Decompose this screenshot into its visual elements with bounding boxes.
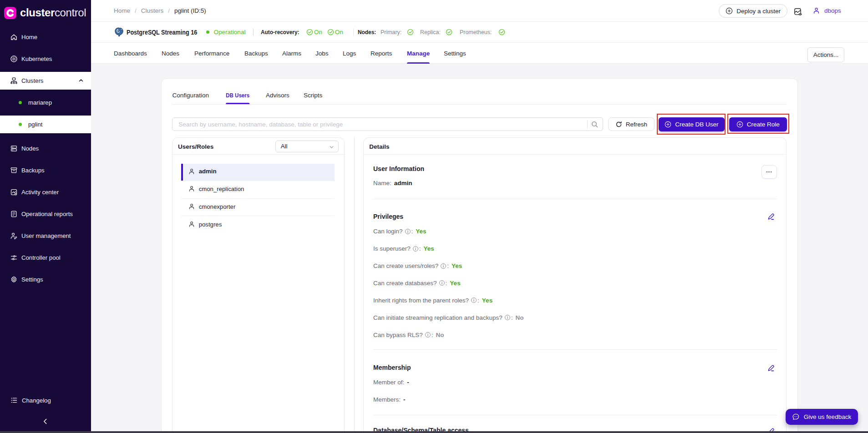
tab-settings[interactable]: Settings: [444, 43, 466, 64]
sidebar-item-clusters[interactable]: Clusters: [0, 72, 91, 90]
tab-manage[interactable]: Manage: [407, 43, 430, 64]
actions-button[interactable]: Actions...: [807, 47, 844, 62]
controller-pool-icon: [10, 254, 18, 262]
refresh-button[interactable]: Refresh: [608, 117, 655, 131]
changelog-list-icon: [10, 397, 18, 404]
whats-new-icon[interactable]: [794, 8, 802, 16]
tab-configuration[interactable]: Configuration: [173, 87, 209, 104]
details-header: Details: [364, 138, 786, 155]
sidebar-collapse-button[interactable]: [42, 418, 49, 425]
breadcrumb-clusters[interactable]: Clusters: [141, 7, 164, 14]
edit-privileges-icon[interactable]: [767, 213, 775, 221]
privilege-row: Can create databases? : Yes: [373, 279, 461, 287]
chevron-down-icon: [329, 145, 334, 150]
users-filter-select[interactable]: All: [275, 141, 339, 152]
edit-membership-icon[interactable]: [767, 364, 775, 372]
sidebar-slot: Settings: [0, 269, 91, 291]
user-row-cmonexporter[interactable]: cmonexporter: [181, 199, 335, 216]
divider: [353, 29, 354, 36]
privilege-row: Inherit rights from the parent roles? : …: [373, 296, 492, 305]
tab-nodes[interactable]: Nodes: [162, 43, 179, 64]
tab-dashboards[interactable]: Dashboards: [114, 43, 147, 64]
tab-advisors[interactable]: Advisors: [266, 87, 289, 104]
breadcrumb-separator: /: [168, 7, 170, 14]
tab-jobs[interactable]: Jobs: [315, 43, 329, 64]
user-row-admin[interactable]: admin: [181, 164, 335, 181]
sidebar-item-home[interactable]: Home: [0, 26, 91, 48]
sidebar-item-operational-reports[interactable]: Operational reports: [0, 203, 91, 225]
breadcrumb-home[interactable]: Home: [114, 7, 130, 14]
info-icon: [425, 332, 431, 338]
auto-recovery-on2: On: [335, 22, 343, 42]
membership-heading: Membership: [373, 363, 411, 372]
colon: :: [511, 313, 513, 322]
sidebar-item-activity-center[interactable]: Activity center: [0, 181, 91, 203]
sidebar-slot: Kubernetes: [0, 48, 91, 70]
create-db-user-button[interactable]: Create DB User: [659, 117, 725, 131]
name-row: Name:admin: [373, 179, 412, 187]
home-icon: [10, 33, 18, 41]
sidebar-item-pglint[interactable]: pglint: [0, 116, 91, 133]
sidebar: clustercontrol Home Kubernetes Clusters …: [0, 0, 91, 433]
chevron-left-icon: [42, 418, 49, 425]
tab-db-users[interactable]: DB Users: [226, 87, 249, 104]
tab-alarms[interactable]: Alarms: [282, 43, 301, 64]
tab-performance[interactable]: Performance: [194, 43, 229, 64]
tab-scripts[interactable]: Scripts: [304, 87, 322, 104]
user-row-postgres[interactable]: postgres: [181, 216, 335, 234]
divider: [587, 120, 588, 128]
tab-backups[interactable]: Backups: [244, 43, 268, 64]
check-circle-icon: [327, 22, 334, 42]
cluster-status-dot: [19, 123, 22, 126]
user-icon: [188, 168, 195, 175]
sidebar-item-changelog[interactable]: Changelog: [0, 389, 91, 411]
user-menu[interactable]: dbops: [813, 0, 841, 21]
breadcrumb-separator: /: [135, 7, 137, 14]
nodes-label: Nodes:: [358, 22, 376, 42]
sidebar-slot: Nodes: [0, 138, 91, 160]
activity-center-icon: [10, 188, 18, 196]
users-roles-title: Users/Roles: [178, 142, 213, 151]
brand-wordmark: clustercontrol: [20, 6, 86, 19]
check-circle-icon: [446, 22, 452, 42]
user-row-cmon-replication[interactable]: cmon_replication: [181, 181, 335, 199]
sidebar-item-kubernetes[interactable]: Kubernetes: [0, 48, 91, 70]
deploy-cluster-button[interactable]: Deploy a cluster: [719, 4, 787, 18]
panel-splitter[interactable]: [354, 137, 355, 433]
search-icon[interactable]: [591, 121, 599, 128]
privilege-row: Can bypass RLS? : No: [373, 331, 444, 339]
brand-logo[interactable]: clustercontrol: [0, 0, 86, 25]
check-circle-icon: [498, 22, 505, 42]
sidebar-item-mariarep[interactable]: mariarep: [0, 91, 91, 113]
search-input[interactable]: [173, 118, 584, 131]
sidebar-item-backups[interactable]: Backups: [0, 160, 91, 181]
user-icon: [188, 186, 195, 192]
sidebar-item-settings[interactable]: Settings: [0, 269, 91, 291]
feedback-button[interactable]: Give us feedback: [786, 409, 858, 425]
cluster-tabbar: Dashboards Nodes Performance Backups Ala…: [91, 43, 868, 64]
sidebar-slot: User management: [0, 225, 91, 247]
create-role-button[interactable]: Create Role: [729, 117, 787, 131]
colon: :: [477, 296, 479, 305]
details-title: Details: [369, 142, 389, 151]
chat-bubble-icon: [792, 413, 800, 421]
postgresql-logo-icon: [114, 22, 124, 42]
sidebar-item-controller-pool[interactable]: Controller pool: [0, 247, 91, 269]
operational-reports-icon: [10, 210, 18, 218]
info-icon: [412, 246, 419, 252]
tab-logs[interactable]: Logs: [343, 43, 356, 64]
section-divider: [373, 349, 777, 350]
members-row: Members:-: [373, 395, 406, 404]
details-panel: Details User Information ... Name:admin …: [363, 137, 786, 433]
tabs-divider: [172, 104, 787, 105]
status-dot: [206, 22, 209, 42]
sidebar-slot: pglint: [0, 113, 91, 135]
tab-reports[interactable]: Reports: [371, 43, 392, 64]
taskbar-edge: [0, 431, 868, 433]
sidebar-item-user-management[interactable]: User management: [0, 225, 91, 247]
info-icon: [405, 228, 411, 235]
sidebar-item-nodes[interactable]: Nodes: [0, 138, 91, 160]
clusters-icon: [10, 77, 18, 85]
more-actions-button[interactable]: ...: [761, 165, 777, 179]
auto-recovery-on: On: [314, 22, 322, 42]
